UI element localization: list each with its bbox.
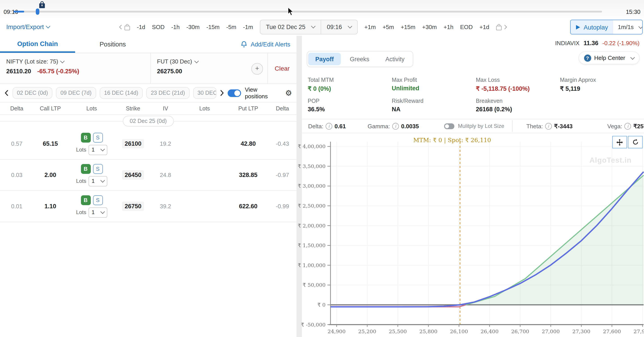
add-edit-alerts-button[interactable]: Add/Edit Alerts [241, 36, 296, 53]
chevron-right-icon [502, 24, 507, 29]
underlying-select[interactable]: NIFTY (Lot size: 75) [6, 58, 144, 65]
divider [512, 120, 512, 132]
time-step-+1h[interactable]: +1h [444, 23, 454, 30]
column-header: Strike [116, 105, 150, 111]
view-positions-toggle[interactable] [228, 89, 241, 97]
history-back-control[interactable] [120, 23, 130, 30]
time-step-+15m[interactable]: +15m [401, 23, 416, 30]
time-step-+1m[interactable]: +1m [364, 23, 376, 30]
sell-button[interactable]: S [93, 195, 103, 205]
tab-positions[interactable]: Positions [75, 36, 150, 53]
info-icon[interactable]: i [326, 123, 332, 129]
underlying-price: 26110.20 [6, 68, 31, 75]
gear-icon[interactable]: ⚙ [285, 89, 292, 97]
info-icon[interactable]: i [392, 123, 399, 129]
table-row: 0.011.10BSLots12675039.2622.60-0.99 [0, 191, 296, 222]
put-ltp[interactable]: 622.60 [228, 203, 268, 210]
left-tabs: Option Chain Positions Add/Edit Alerts [0, 36, 296, 53]
strike-cell: 26450 [116, 170, 150, 180]
chevron-left-icon [119, 24, 124, 29]
autoplay-speed-select[interactable]: 1m/1s [613, 20, 643, 34]
time-step--1m[interactable]: -1m [243, 23, 253, 30]
info-icon[interactable]: i [545, 123, 552, 129]
call-ltp[interactable]: 2.00 [34, 172, 67, 178]
buy-button[interactable]: B [81, 164, 90, 174]
history-forward-control[interactable] [496, 23, 506, 30]
time-slider-handle[interactable] [36, 8, 39, 15]
expiry-prev-button[interactable] [4, 90, 9, 96]
clear-button[interactable]: Clear [275, 65, 290, 72]
help-center-button[interactable]: ? Help Center [578, 51, 640, 64]
autoplay-control: Autoplay 1m/1s [570, 20, 643, 34]
lots-control: Lots1 [76, 145, 107, 155]
expiry-pill[interactable]: 09 DEC (7d) [56, 87, 96, 99]
lock-bag-marker-icon [39, 1, 45, 10]
import-export-menu[interactable]: Import/Export [6, 18, 50, 36]
table-row: 0.032.00BSLots12645024.8328.85-0.97 [0, 160, 296, 191]
sell-button[interactable]: S [93, 164, 103, 174]
future-select[interactable]: FUT (30 Dec) [157, 58, 261, 65]
lots-select[interactable]: 1 [88, 207, 107, 217]
bag-forward-icon [496, 23, 502, 30]
time-step--30m[interactable]: -30m [186, 23, 200, 30]
strike-value[interactable]: 26750 [122, 202, 144, 211]
buy-button[interactable]: B [81, 195, 90, 205]
future-price: 26275.00 [157, 68, 261, 75]
call-ltp[interactable]: 1.10 [34, 203, 67, 210]
time-step-SOD[interactable]: SOD [152, 23, 164, 30]
expiry-pill[interactable]: 02 DEC (0d) [12, 87, 52, 99]
move-chart-button[interactable] [612, 136, 627, 148]
gamma-label: Gamma: [368, 123, 390, 129]
strike-value[interactable]: 26100 [122, 139, 144, 148]
time-step--5m[interactable]: -5m [226, 23, 236, 30]
expiry-pill[interactable]: 30 DEC ( [193, 87, 216, 99]
toggle-knob [445, 124, 449, 128]
tab-payoff[interactable]: Payoff [308, 53, 341, 65]
buy-button[interactable]: B [81, 132, 90, 142]
option-table-header: DeltaCall LTPLotsStrikeIVLotsPut LTPDelt… [0, 102, 296, 115]
stat-value: NA [392, 106, 476, 113]
back-steps: -1dSOD-1h-30m-15m-5m-1m [137, 23, 253, 30]
call-ltp[interactable]: 65.15 [34, 140, 67, 147]
put-ltp[interactable]: 328.85 [228, 172, 268, 178]
time-step--1d[interactable]: -1d [137, 23, 145, 30]
tab-greeks[interactable]: Greeks [343, 53, 376, 65]
stat-value: ₹ 0 (0%) [308, 85, 392, 92]
time-picker[interactable]: 09:16 [321, 20, 357, 34]
expiry-pill[interactable]: 16 DEC (14d) [100, 87, 143, 99]
autoplay-button[interactable]: Autoplay [571, 20, 613, 34]
time-step--15m[interactable]: -15m [206, 23, 220, 30]
time-step--1h[interactable]: -1h [171, 23, 180, 30]
info-icon[interactable]: i [624, 123, 631, 129]
column-header: IV [150, 105, 181, 111]
time-step-+1d[interactable]: +1d [480, 23, 489, 30]
add-instrument-button[interactable]: + [251, 63, 263, 75]
india-vix: INDIAVIX 11.36 -0.22 (-1.90%) [555, 40, 640, 46]
gamma-group: Gamma: i 0.0035 [368, 119, 419, 133]
strike-cell: 26100 [116, 139, 150, 148]
time-step-+5m[interactable]: +5m [382, 23, 394, 30]
sell-button[interactable]: S [93, 132, 103, 142]
time-step-EOD[interactable]: EOD [460, 23, 473, 30]
chevron-down-icon [638, 24, 643, 29]
reset-chart-button[interactable] [628, 136, 643, 148]
time-slider-track[interactable] [14, 11, 602, 12]
tab-activity[interactable]: Activity [378, 53, 412, 65]
lots-select[interactable]: 1 [88, 176, 107, 186]
lots-select[interactable]: 1 [88, 145, 107, 155]
put-ltp[interactable]: 42.80 [228, 140, 268, 147]
expiry-next-button[interactable] [220, 90, 224, 96]
date-picker[interactable]: Tue 02 Dec 25 [260, 20, 321, 34]
trade-controls: BSLots1 [67, 195, 116, 217]
strike-value[interactable]: 26450 [122, 170, 144, 180]
stat-value: ₹ -5,118.75 (-100%) [476, 85, 560, 92]
multiply-lot-size-toggle[interactable] [444, 123, 454, 129]
view-positions-label: View positions [245, 86, 281, 100]
call-delta: 0.57 [0, 140, 34, 147]
chevron-down-icon [630, 55, 635, 59]
mouse-cursor [287, 7, 294, 16]
expiry-pill[interactable]: 23 DEC (21d) [146, 87, 190, 99]
tab-option-chain[interactable]: Option Chain [0, 36, 75, 53]
column-header: Lots [181, 105, 228, 111]
time-step-+30m[interactable]: +30m [422, 23, 437, 30]
